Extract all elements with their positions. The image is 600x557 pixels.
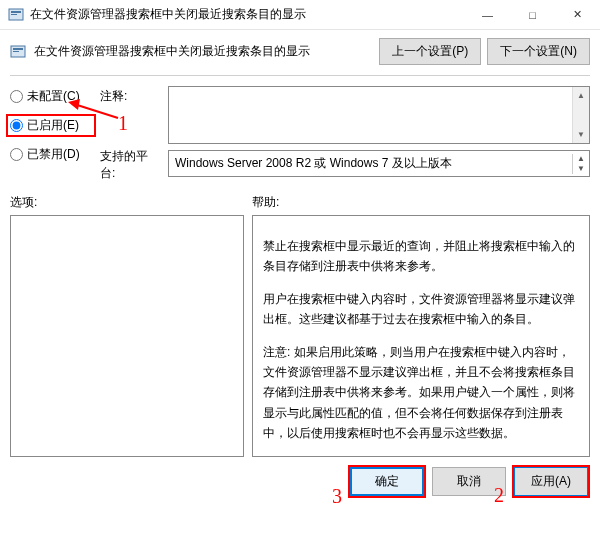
platforms-value: Windows Server 2008 R2 或 Windows 7 及以上版本 (175, 155, 572, 172)
cancel-button[interactable]: 取消 (432, 467, 506, 496)
platforms-up-icon[interactable]: ▲ (573, 154, 589, 164)
radio-disabled[interactable]: 已禁用(D) (10, 146, 92, 163)
help-paragraph-2: 用户在搜索框中键入内容时，文件资源管理器将显示建议弹出框。这些建议都基于过去在搜… (263, 289, 579, 330)
apply-button[interactable]: 应用(A) (514, 467, 588, 496)
radio-not-configured-label: 未配置(C) (27, 88, 80, 105)
maximize-button[interactable]: □ (510, 0, 555, 30)
comment-scrollbar[interactable]: ▲ ▼ (572, 87, 589, 143)
help-pane: 禁止在搜索框中显示最近的查询，并阻止将搜索框中输入的条目存储到注册表中供将来参考… (252, 215, 590, 457)
app-icon (8, 7, 24, 23)
options-header: 选项: (10, 194, 244, 211)
svg-rect-5 (13, 51, 19, 52)
radio-enabled-input[interactable] (10, 119, 23, 132)
radio-enabled[interactable]: 已启用(E) (6, 114, 96, 137)
footer: 确定 取消 应用(A) (0, 457, 600, 504)
next-setting-button[interactable]: 下一个设置(N) (487, 38, 590, 65)
scroll-up-icon[interactable]: ▲ (573, 87, 589, 104)
scroll-down-icon[interactable]: ▼ (573, 126, 589, 143)
radio-not-configured[interactable]: 未配置(C) (10, 88, 92, 105)
svg-rect-2 (11, 14, 17, 15)
svg-rect-4 (13, 48, 23, 50)
minimize-button[interactable]: — (465, 0, 510, 30)
help-paragraph-1: 禁止在搜索框中显示最近的查询，并阻止将搜索框中输入的条目存储到注册表中供将来参考… (263, 236, 579, 277)
radio-disabled-input[interactable] (10, 148, 23, 161)
prev-setting-button[interactable]: 上一个设置(P) (379, 38, 481, 65)
help-paragraph-3: 注意: 如果启用此策略，则当用户在搜索框中键入内容时，文件资源管理器不显示建议弹… (263, 342, 579, 444)
platforms-down-icon[interactable]: ▼ (573, 164, 589, 174)
comment-textarea[interactable]: ▲ ▼ (168, 86, 590, 144)
help-header: 帮助: (252, 194, 590, 211)
policy-icon (10, 44, 26, 60)
ok-button[interactable]: 确定 (350, 467, 424, 496)
radio-enabled-label: 已启用(E) (27, 117, 79, 134)
separator (10, 75, 590, 76)
platforms-field: Windows Server 2008 R2 或 Windows 7 及以上版本… (168, 150, 590, 177)
comment-label: 注释: (100, 86, 160, 148)
options-pane (10, 215, 244, 457)
svg-rect-1 (11, 11, 21, 13)
platforms-label: 支持的平台: (100, 148, 160, 182)
policy-title: 在文件资源管理器搜索框中关闭最近搜索条目的显示 (34, 43, 371, 60)
radio-disabled-label: 已禁用(D) (27, 146, 80, 163)
close-button[interactable]: ✕ (555, 0, 600, 30)
window-title: 在文件资源管理器搜索框中关闭最近搜索条目的显示 (30, 6, 465, 23)
radio-not-configured-input[interactable] (10, 90, 23, 103)
title-bar: 在文件资源管理器搜索框中关闭最近搜索条目的显示 — □ ✕ (0, 0, 600, 30)
